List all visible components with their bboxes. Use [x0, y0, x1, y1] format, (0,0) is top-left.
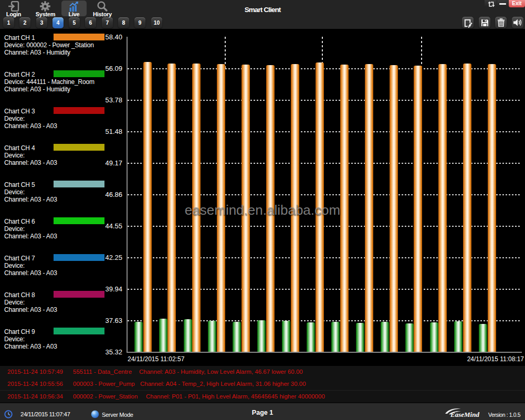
svg-text:EaseMind: EaseMind [450, 411, 479, 418]
